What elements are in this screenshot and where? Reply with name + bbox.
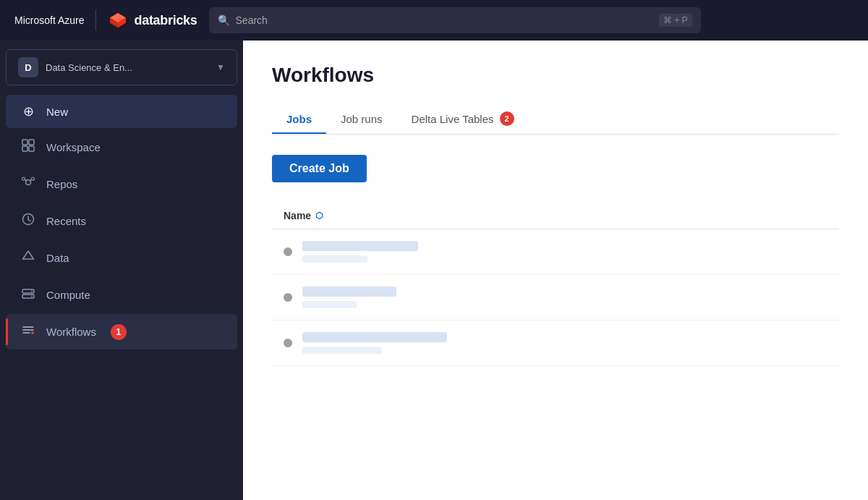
svg-rect-1 bbox=[29, 140, 34, 145]
workflows-badge: 1 bbox=[111, 324, 127, 340]
databricks-logo: databricks bbox=[108, 10, 197, 30]
sidebar-item-data[interactable]: Data bbox=[6, 240, 237, 276]
row-status-dot bbox=[284, 293, 292, 302]
blurred-name-1 bbox=[302, 241, 418, 251]
tab-jobs[interactable]: Jobs bbox=[272, 106, 326, 134]
svg-rect-2 bbox=[22, 146, 27, 151]
row-status-dot bbox=[284, 247, 292, 256]
tab-delta-live-tables[interactable]: Delta Live Tables 2 bbox=[397, 104, 529, 135]
blurred-detail-1 bbox=[302, 255, 367, 263]
search-placeholder-text: Search bbox=[236, 14, 653, 26]
workspace-selector[interactable]: D Data Science & En... ▼ bbox=[6, 49, 237, 85]
blurred-name-3 bbox=[302, 332, 447, 342]
sidebar-item-repos-label: Repos bbox=[46, 178, 77, 190]
workspace-grid-icon bbox=[20, 138, 36, 156]
svg-rect-0 bbox=[22, 140, 27, 145]
main-layout: D Data Science & En... ▼ ⊕ New Workspace… bbox=[0, 41, 868, 500]
jobs-table: Name ⬡ bbox=[272, 203, 839, 366]
delta-live-tables-badge: 2 bbox=[500, 111, 514, 126]
svg-point-13 bbox=[31, 296, 33, 297]
sidebar-item-workflows[interactable]: Workflows 1 bbox=[6, 314, 237, 349]
sidebar-item-workspace[interactable]: Workspace bbox=[6, 130, 237, 165]
tab-jobs-label: Jobs bbox=[286, 113, 312, 125]
workspace-icon: D bbox=[18, 57, 38, 77]
sidebar-item-repos[interactable]: Repos bbox=[6, 166, 237, 202]
workflows-icon bbox=[20, 323, 36, 341]
svg-point-6 bbox=[32, 177, 35, 180]
sidebar-item-workflows-label: Workflows bbox=[46, 326, 96, 338]
svg-rect-3 bbox=[29, 146, 34, 151]
databricks-icon bbox=[108, 10, 128, 30]
table-header: Name ⬡ bbox=[272, 203, 839, 229]
table-row[interactable] bbox=[272, 229, 839, 275]
table-row[interactable] bbox=[272, 275, 839, 321]
page-title: Workflows bbox=[272, 64, 839, 87]
search-bar[interactable]: 🔍 Search ⌘ + P bbox=[209, 7, 701, 33]
topbar-divider bbox=[95, 10, 96, 30]
repos-icon bbox=[20, 175, 36, 193]
sidebar-item-compute[interactable]: Compute bbox=[6, 277, 237, 313]
tabs-container: Jobs Job runs Delta Live Tables 2 bbox=[272, 104, 839, 135]
chevron-down-icon: ▼ bbox=[216, 62, 225, 72]
svg-point-17 bbox=[31, 331, 34, 334]
column-name-label: Name bbox=[284, 210, 311, 221]
compute-icon bbox=[20, 286, 36, 304]
table-row[interactable] bbox=[272, 321, 839, 366]
clock-icon bbox=[20, 212, 36, 230]
sidebar: D Data Science & En... ▼ ⊕ New Workspace… bbox=[0, 41, 243, 500]
tab-job-runs-label: Job runs bbox=[341, 113, 383, 125]
tab-delta-live-tables-label: Delta Live Tables bbox=[412, 113, 494, 125]
row-content bbox=[302, 332, 447, 354]
sidebar-item-new-label: New bbox=[46, 106, 68, 118]
row-content bbox=[302, 287, 396, 308]
blurred-detail-3 bbox=[302, 347, 382, 354]
workspace-name: Data Science & En... bbox=[46, 62, 209, 73]
row-status-dot bbox=[284, 339, 292, 347]
topbar: Microsoft Azure databricks 🔍 Search ⌘ + … bbox=[0, 0, 868, 41]
sidebar-item-workspace-label: Workspace bbox=[46, 141, 101, 153]
content-area: Workflows Jobs Job runs Delta Live Table… bbox=[243, 41, 868, 500]
sidebar-item-data-label: Data bbox=[46, 252, 69, 264]
tab-job-runs[interactable]: Job runs bbox=[326, 106, 397, 134]
sidebar-item-recents-label: Recents bbox=[46, 215, 86, 227]
blurred-detail-2 bbox=[302, 301, 357, 308]
search-shortcut: ⌘ + P bbox=[659, 14, 692, 27]
brand-microsoft: Microsoft Azure bbox=[14, 14, 84, 26]
data-icon bbox=[20, 249, 36, 267]
row-content bbox=[302, 241, 418, 263]
sidebar-item-compute-label: Compute bbox=[46, 289, 90, 301]
sidebar-item-new[interactable]: ⊕ New bbox=[6, 95, 237, 128]
search-icon: 🔍 bbox=[218, 14, 230, 26]
sort-icon[interactable]: ⬡ bbox=[315, 211, 323, 221]
plus-circle-icon: ⊕ bbox=[20, 103, 36, 119]
sidebar-item-recents[interactable]: Recents bbox=[6, 203, 237, 239]
blurred-name-2 bbox=[302, 287, 396, 297]
create-job-button[interactable]: Create Job bbox=[272, 155, 367, 182]
svg-point-12 bbox=[31, 291, 33, 292]
svg-point-5 bbox=[22, 177, 25, 180]
